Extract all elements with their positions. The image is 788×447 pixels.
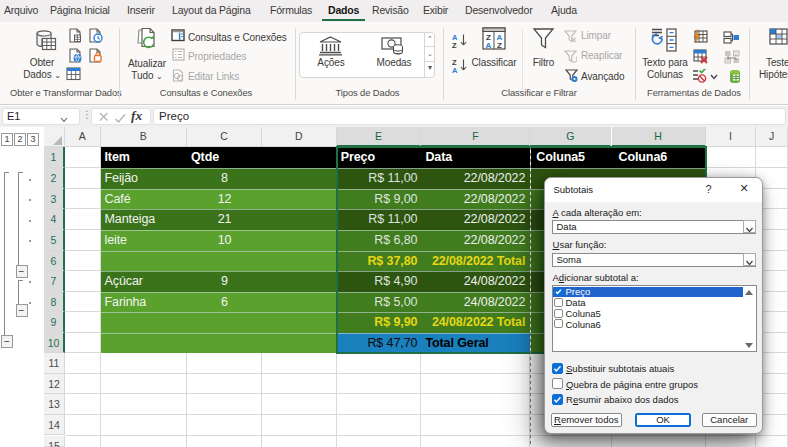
svg-text:Z: Z xyxy=(497,41,502,50)
svg-text:A: A xyxy=(452,66,458,74)
svg-text:A: A xyxy=(486,41,492,50)
svg-text:Z: Z xyxy=(452,41,457,49)
